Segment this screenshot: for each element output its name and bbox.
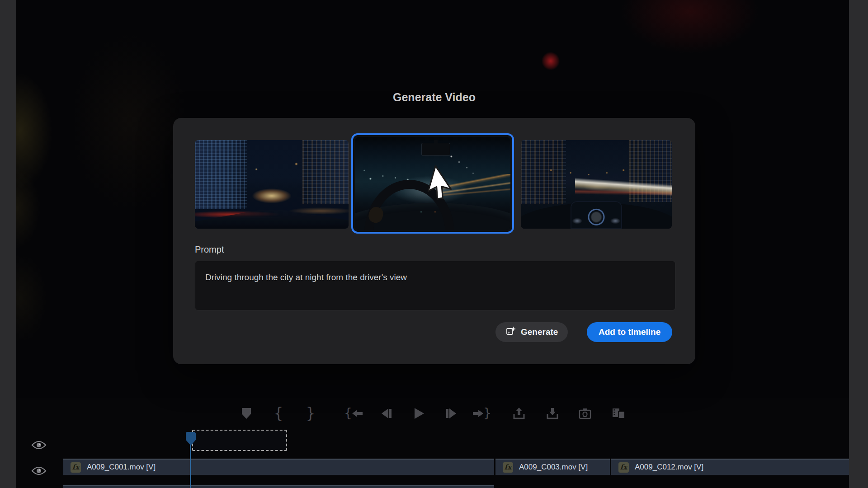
prompt-input[interactable]: Driving through the city at night from t… <box>195 261 675 310</box>
play-button[interactable] <box>413 406 425 421</box>
add-to-timeline-label: Add to timeline <box>599 327 660 337</box>
thumb3-light-streak <box>575 177 672 198</box>
thumb1-buildings-left <box>195 140 247 209</box>
lift-button[interactable] <box>513 406 525 421</box>
track-v1-visibility-toggle[interactable] <box>31 465 47 476</box>
prompt-label: Prompt <box>195 244 224 255</box>
fx-badge: fx <box>618 462 629 473</box>
thumb1-car-hood <box>195 210 349 229</box>
generate-button-label: Generate <box>521 327 558 337</box>
mark-in-button[interactable]: { <box>274 406 283 421</box>
thumbnail-city-street[interactable] <box>195 140 349 229</box>
audio-track-clip-edge[interactable] <box>63 485 494 488</box>
comparison-view-button[interactable] <box>612 406 625 421</box>
thumb2-rearview-mirror <box>422 143 450 155</box>
fx-badge: fx <box>503 462 513 473</box>
right-panel-edge <box>849 0 868 488</box>
track-v2-visibility-toggle[interactable] <box>31 440 47 450</box>
go-to-out-button[interactable]: } <box>472 406 491 421</box>
generate-sparkle-icon <box>505 326 516 339</box>
thumb3-buildings-left <box>521 140 566 204</box>
fx-badge: fx <box>71 462 81 473</box>
timeline-clip-3[interactable]: fx A009_C012.mov [V] <box>611 459 849 475</box>
playhead-line[interactable] <box>190 445 191 488</box>
pending-clip-placeholder <box>192 430 287 451</box>
app-window: Generate Video <box>0 0 868 488</box>
clip-label: A009_C012.mov [V] <box>635 463 703 472</box>
left-panel-edge <box>0 0 16 488</box>
step-forward-button[interactable] <box>445 406 458 421</box>
thumb3-street-lamps <box>521 140 672 229</box>
generate-button[interactable]: Generate <box>495 322 568 342</box>
thumbnail-over-wheel-city[interactable] <box>521 140 672 229</box>
add-to-timeline-button[interactable]: Add to timeline <box>587 322 672 342</box>
thumb1-light-glow <box>195 140 349 229</box>
thumb3-dashboard <box>521 203 672 229</box>
export-frame-button[interactable] <box>579 406 591 421</box>
go-to-in-button[interactable]: { <box>344 406 363 421</box>
step-back-button[interactable] <box>380 406 393 421</box>
clip-label: A009_C001.mov [V] <box>87 463 156 472</box>
prompt-text: Driving through the city at night from t… <box>195 261 675 294</box>
thumb1-buildings-right <box>302 140 349 204</box>
mark-out-button[interactable]: } <box>306 406 316 421</box>
thumb3-gauge-cluster <box>571 201 622 229</box>
extract-button[interactable] <box>546 406 559 421</box>
thumb3-buildings-right <box>629 140 672 202</box>
dialog-title: Generate Video <box>173 90 695 104</box>
timeline-clip-1[interactable]: fx A009_C001.mov [V] <box>63 459 494 475</box>
clip-label: A009_C003.mov [V] <box>519 463 588 472</box>
timeline-clip-2[interactable]: fx A009_C003.mov [V] <box>495 459 610 475</box>
add-marker-button[interactable] <box>241 406 251 421</box>
